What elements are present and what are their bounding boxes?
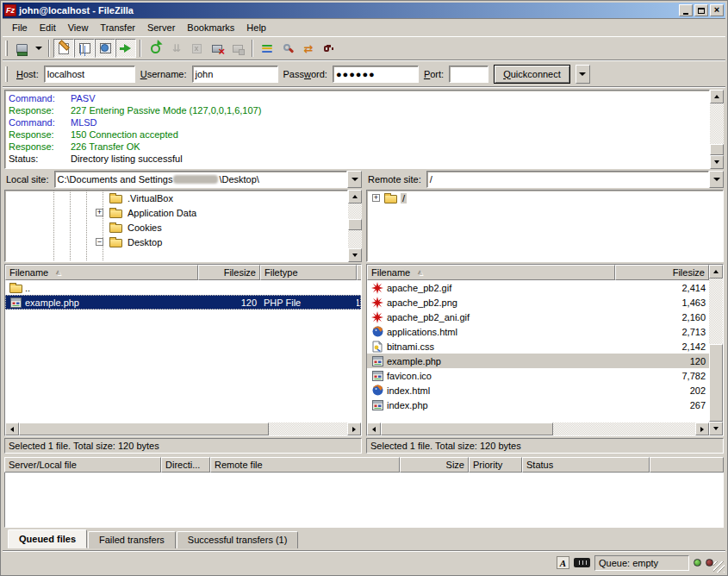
queue-column-serverlocalfile[interactable]: Server/Local file — [4, 457, 161, 473]
queue-column-empty[interactable] — [650, 457, 724, 473]
toggle-remote-tree-button[interactable] — [95, 39, 115, 58]
resize-grip[interactable] — [713, 561, 725, 573]
scroll-up-button[interactable] — [709, 265, 723, 279]
remote-column-filesize[interactable]: Filesize — [615, 265, 709, 280]
synchronized-browsing-button[interactable]: ⇄ — [298, 39, 319, 58]
remote-site-combobox[interactable]: / — [426, 171, 724, 188]
tree-item-label: / — [401, 193, 407, 203]
message-log-scrollbar[interactable] — [710, 90, 724, 169]
quickconnect-button[interactable]: Quickconnect — [494, 65, 570, 84]
filename-filters-button[interactable] — [257, 39, 277, 58]
file-row[interactable]: index.php267 — [367, 398, 709, 412]
menu-transfer[interactable]: Transfer — [94, 20, 141, 35]
maximize-button[interactable] — [694, 4, 708, 16]
toolbar-gripper[interactable] — [5, 41, 8, 56]
local-tree-scrollbar[interactable] — [348, 190, 362, 262]
filename-cell: applications.html — [367, 326, 615, 338]
directory-comparison-button[interactable] — [277, 39, 298, 58]
toggle-local-tree-button[interactable] — [74, 39, 95, 58]
combo-dropdown-button[interactable] — [347, 171, 362, 188]
menu-view[interactable]: View — [62, 20, 95, 35]
local-column-filesize[interactable]: Filesize — [198, 265, 260, 280]
remote-path-value[interactable]: / — [426, 171, 709, 188]
file-row[interactable]: apache_pb2.gif2,414 — [367, 280, 709, 295]
minimize-button[interactable] — [679, 4, 693, 16]
window-title: john@localhost - FileZilla — [19, 5, 679, 16]
queue-column-directi[interactable]: Directi... — [161, 457, 210, 473]
queue-column-remotefile[interactable]: Remote file — [210, 457, 400, 473]
scroll-left-button[interactable] — [5, 423, 19, 435]
menu-help[interactable]: Help — [240, 20, 272, 35]
tab-queued-files[interactable]: Queued files — [8, 529, 87, 548]
file-row[interactable]: .. — [5, 280, 361, 295]
tab-successful-transfers-[interactable]: Successful transfers (1) — [177, 531, 299, 548]
remote-list-vscrollbar[interactable] — [709, 265, 723, 435]
menu-edit[interactable]: Edit — [34, 20, 62, 35]
username-input[interactable]: john — [192, 66, 278, 83]
scroll-right-button[interactable] — [695, 423, 709, 435]
queue-column-status[interactable]: Status — [522, 457, 650, 473]
remote-column-filename[interactable]: Filename▲ — [367, 265, 615, 280]
port-input[interactable] — [449, 66, 488, 83]
queue-column-size[interactable]: Size — [400, 457, 469, 473]
scrollbar-thumb[interactable] — [710, 144, 724, 155]
disconnect-button[interactable] — [207, 39, 227, 58]
scrollbar-thumb[interactable] — [381, 423, 553, 435]
expand-icon[interactable]: + — [96, 209, 103, 216]
quickconnect-gripper[interactable] — [5, 66, 8, 82]
file-row[interactable]: apache_pb2.png1,463 — [367, 295, 709, 310]
local-column-filename[interactable]: Filename▲ — [5, 265, 198, 280]
find-files-button[interactable] — [319, 39, 339, 58]
local-site-combobox[interactable]: C:\Documents and Settings\Desktop\ — [54, 171, 362, 188]
remote-list-hscrollbar[interactable] — [367, 423, 709, 435]
file-row[interactable]: favicon.ico7,782 — [367, 368, 709, 383]
tree-item[interactable]: −Desktop — [5, 235, 347, 249]
folder-icon — [109, 224, 122, 233]
scrollbar-thumb[interactable] — [709, 344, 723, 422]
combo-dropdown-button[interactable] — [709, 171, 724, 188]
file-row[interactable]: bitnami.css2,142 — [367, 339, 709, 354]
tree-item[interactable]: +/ — [367, 191, 723, 205]
password-input[interactable]: ●●●●●● — [333, 66, 419, 83]
file-row[interactable]: applications.html2,713 — [367, 324, 709, 339]
file-row[interactable]: index.html202 — [367, 383, 709, 398]
menu-bookmarks[interactable]: Bookmarks — [181, 20, 240, 35]
toggle-transfer-queue-button[interactable] — [115, 39, 136, 58]
close-button[interactable]: × — [710, 4, 724, 16]
scrollbar-thumb[interactable] — [19, 423, 269, 435]
menu-file[interactable]: File — [6, 20, 34, 35]
scroll-down-button[interactable] — [348, 248, 362, 262]
minimize-icon — [683, 13, 688, 15]
tree-item[interactable]: .VirtualBox — [5, 191, 347, 205]
tab-failed-transfers[interactable]: Failed transfers — [88, 531, 176, 548]
scroll-left-button[interactable] — [367, 423, 381, 435]
scroll-down-button[interactable] — [709, 422, 723, 435]
scroll-right-button[interactable] — [347, 423, 361, 435]
queue-column-priority[interactable]: Priority — [469, 457, 522, 473]
site-manager-button[interactable] — [11, 39, 32, 58]
local-list-hscrollbar[interactable] — [5, 423, 361, 435]
tree-item[interactable]: +Application Data — [5, 205, 347, 220]
site-manager-dropdown[interactable] — [32, 39, 45, 58]
menu-server[interactable]: Server — [141, 20, 181, 35]
scroll-down-button[interactable] — [710, 155, 724, 169]
toggle-message-log-button[interactable] — [53, 39, 74, 58]
apache-image-icon — [370, 282, 384, 294]
local-column-l[interactable]: L — [357, 265, 361, 280]
file-row[interactable]: apache_pb2_ani.gif2,160 — [367, 310, 709, 324]
host-input[interactable]: localhost — [44, 66, 135, 83]
filename-cell: bitnami.css — [367, 341, 615, 353]
expand-icon[interactable]: + — [372, 194, 380, 202]
file-row[interactable]: example.php120PHP File1 — [5, 295, 361, 310]
quickconnect-dropdown-button[interactable] — [576, 65, 590, 84]
filter-icon — [260, 41, 274, 55]
tree-item[interactable]: Cookies — [5, 220, 347, 235]
scrollbar-thumb[interactable] — [348, 219, 362, 230]
local-path-value[interactable]: C:\Documents and Settings\Desktop\ — [54, 171, 347, 188]
scroll-up-button[interactable] — [348, 190, 362, 203]
collapse-icon[interactable]: − — [96, 238, 103, 246]
scroll-up-button[interactable] — [710, 90, 724, 103]
local-column-filetype[interactable]: Filetype — [260, 265, 357, 280]
refresh-button[interactable] — [145, 39, 165, 58]
file-row[interactable]: example.php120 — [367, 354, 709, 368]
